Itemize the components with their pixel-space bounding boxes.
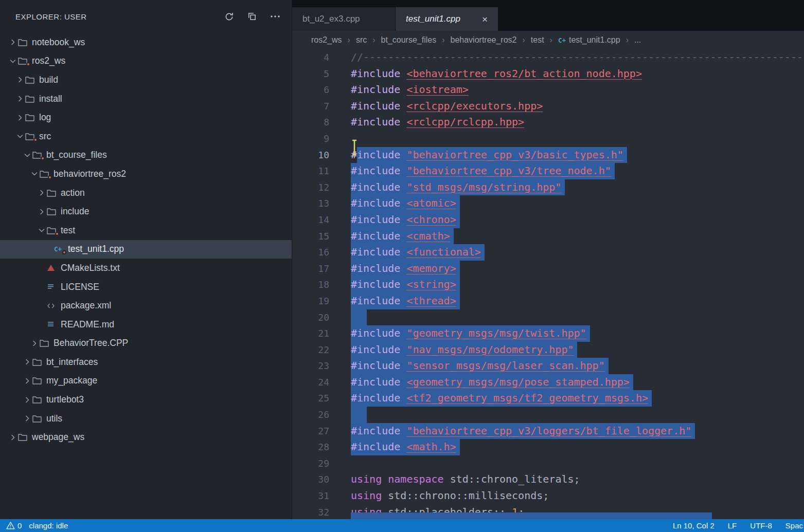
code-line-18[interactable]: 18#include <string> — [292, 277, 804, 293]
breadcrumb-item--[interactable]: ... — [634, 35, 641, 45]
code-token: #include — [351, 228, 406, 245]
code-line-26[interactable]: 26 — [292, 407, 804, 423]
code-line-19[interactable]: 19#include <thread> — [292, 293, 804, 309]
cursor-position[interactable]: Ln 10, Col 2 — [673, 521, 714, 530]
tab-test-unit1-cpp[interactable]: test_unit1.cpp × — [396, 7, 498, 31]
code-line-content: #include <iostream> — [329, 82, 469, 98]
line-number: 22 — [292, 342, 329, 358]
collapse-folders-icon[interactable] — [247, 12, 257, 21]
code-line-16[interactable]: 16#include <functional> — [292, 244, 804, 261]
breadcrumb-item-src[interactable]: src — [356, 35, 367, 45]
code-lines: 4//-------------------------------------… — [292, 49, 804, 519]
tree-item-turtlebot3[interactable]: turtlebot3 — [0, 390, 292, 409]
refresh-explorer-icon[interactable] — [224, 12, 234, 22]
tree-item-webpage-ws[interactable]: webpage_ws — [0, 428, 292, 447]
folder-icon — [32, 415, 46, 423]
tab-bt-u2-ex3-cpp[interactable]: bt_u2_ex3.cpp — [292, 7, 396, 31]
code-line-14[interactable]: 14#include <chrono> — [292, 212, 804, 228]
tree-item-label: LICENSE — [61, 282, 99, 292]
more-actions-icon[interactable] — [270, 15, 280, 18]
code-line-25[interactable]: 25#include <tf2_geometry_msgs/tf2_geomet… — [292, 390, 804, 407]
code-editor[interactable]: 4//-------------------------------------… — [292, 49, 804, 519]
folder-icon — [32, 358, 46, 366]
code-line-content: #include "sensor_msgs/msg/laser_scan.hpp… — [329, 358, 605, 374]
code-line-6[interactable]: 6#include <iostream> — [292, 82, 804, 98]
code-line-7[interactable]: 7#include <rclcpp/executors.hpp> — [292, 98, 804, 115]
tree-item-label: ros2_ws — [32, 56, 65, 66]
code-token: #include — [351, 179, 406, 196]
tree-item-label: README.md — [61, 319, 114, 330]
code-line-22[interactable]: 22#include "nav_msgs/msg/odometry.hpp" — [292, 342, 804, 358]
tree-item-test-unit1-cpp[interactable]: C+test_unit1.cpp — [0, 240, 292, 259]
code-line-31[interactable]: 31using std::chrono::milliseconds; — [292, 488, 804, 504]
code-line-21[interactable]: 21#include "geometry_msgs/msg/twist.hpp" — [292, 325, 804, 342]
code-line-29[interactable]: 29 — [292, 455, 804, 472]
tree-item-label: log — [39, 112, 51, 123]
code-line-4[interactable]: 4//-------------------------------------… — [292, 49, 804, 66]
tree-item-cmakelists-txt[interactable]: CMakeLists.txt — [0, 259, 292, 278]
code-line-24[interactable]: 24#include <geometry_msgs/msg/pose_stamp… — [292, 374, 804, 391]
code-line-8[interactable]: 8#include <rclcpp/rclcpp.hpp> — [292, 114, 804, 131]
code-line-27[interactable]: 27#include "behaviortree_cpp_v3/loggers/… — [292, 423, 804, 439]
tree-item-my-package[interactable]: my_package — [0, 372, 292, 391]
code-line-13[interactable]: 13#include <atomic> — [292, 195, 804, 212]
chevron-right-icon — [29, 339, 40, 347]
code-line-17[interactable]: 17#include <memory> — [292, 261, 804, 277]
close-icon[interactable]: × — [482, 14, 488, 24]
eol-indicator[interactable]: LF — [728, 521, 737, 530]
tab-label: bt_u2_ex3.cpp — [302, 14, 360, 24]
tree-item-ros2-ws[interactable]: ros2_ws — [0, 52, 292, 71]
tree-item-readme-md[interactable]: README.md — [0, 315, 292, 334]
tree-item-bt-interfaces[interactable]: bt_interfaces — [0, 353, 292, 372]
indentation-indicator[interactable]: Spac — [785, 521, 803, 530]
tree-item-install[interactable]: install — [0, 89, 292, 108]
tree-item-license[interactable]: LICENSE — [0, 278, 292, 297]
breadcrumb-item-bt-course-files[interactable]: bt_course_files — [381, 35, 437, 45]
encoding-indicator[interactable]: UTF-8 — [750, 521, 772, 530]
tree-item-behaviortree-ros2[interactable]: behaviortree_ros2 — [0, 164, 292, 184]
chevron-right-icon — [14, 76, 25, 84]
code-token: "behaviortree_cpp_v3/loggers/bt_file_log… — [406, 423, 691, 439]
chevron-spacer — [36, 320, 47, 329]
code-token: #include — [351, 98, 406, 115]
warnings-indicator[interactable]: 0 — [6, 521, 22, 530]
code-line-content — [329, 455, 351, 472]
breadcrumb-item-ros2-ws[interactable]: ros2_ws — [311, 35, 342, 45]
clangd-status[interactable]: clangd: idle — [29, 521, 68, 530]
tree-item-utils[interactable]: utils — [0, 409, 292, 428]
code-line-23[interactable]: 23#include "sensor_msgs/msg/laser_scan.h… — [292, 358, 804, 374]
folder-icon — [32, 151, 46, 159]
code-line-content — [329, 131, 351, 147]
code-line-15[interactable]: 15#include <cmath> — [292, 228, 804, 245]
code-line-content: #include <string> — [329, 277, 456, 293]
tree-item-action[interactable]: action — [0, 184, 292, 203]
code-line-12[interactable]: 12#include "std_msgs/msg/string.hpp" — [292, 179, 804, 196]
breadcrumb-item-test-unit1-cpp[interactable]: C+test_unit1.cpp — [558, 35, 620, 45]
code-line-5[interactable]: 5#include <behaviortree_ros2/bt_action_n… — [292, 66, 804, 82]
breadcrumb-item-test[interactable]: test — [531, 35, 544, 45]
line-number: 12 — [292, 179, 329, 196]
folder-icon — [25, 133, 39, 140]
code-line-11[interactable]: 11#include "behaviortree_cpp_v3/tree_nod… — [292, 163, 804, 179]
tree-item-log[interactable]: log — [0, 108, 292, 127]
tree-item-test[interactable]: test — [0, 221, 292, 240]
code-line-28[interactable]: 28#include <math.h> — [292, 439, 804, 455]
code-line-20[interactable]: 20 — [292, 309, 804, 326]
code-line-30[interactable]: 30using namespace std::chrono_literals; — [292, 471, 804, 488]
tree-item-include[interactable]: include — [0, 202, 292, 221]
tree-item-bt-course-files[interactable]: bt_course_files — [0, 146, 292, 165]
tree-item-package-xml[interactable]: package.xml — [0, 296, 292, 315]
tree-item-build[interactable]: build — [0, 70, 292, 89]
breadcrumb-item-label: behaviortree_ros2 — [451, 35, 517, 45]
tree-item-behaviortree-cpp[interactable]: BehaviorTree.CPP — [0, 334, 292, 353]
tree-item-src[interactable]: src — [0, 127, 292, 146]
code-line-9[interactable]: 9 — [292, 131, 804, 147]
line-number: 19 — [292, 293, 329, 309]
code-line-10[interactable]: 10#include "behaviortree_cpp_v3/basic_ty… — [292, 147, 804, 163]
modified-dot — [26, 62, 30, 66]
breadcrumb-item-behaviortree-ros2[interactable]: behaviortree_ros2 — [451, 35, 517, 45]
tree-item-notebook-ws[interactable]: notebook_ws — [0, 33, 292, 52]
code-token: //--------------------------------------… — [351, 49, 804, 66]
chevron-spacer — [43, 245, 54, 253]
line-number: 29 — [292, 455, 329, 472]
